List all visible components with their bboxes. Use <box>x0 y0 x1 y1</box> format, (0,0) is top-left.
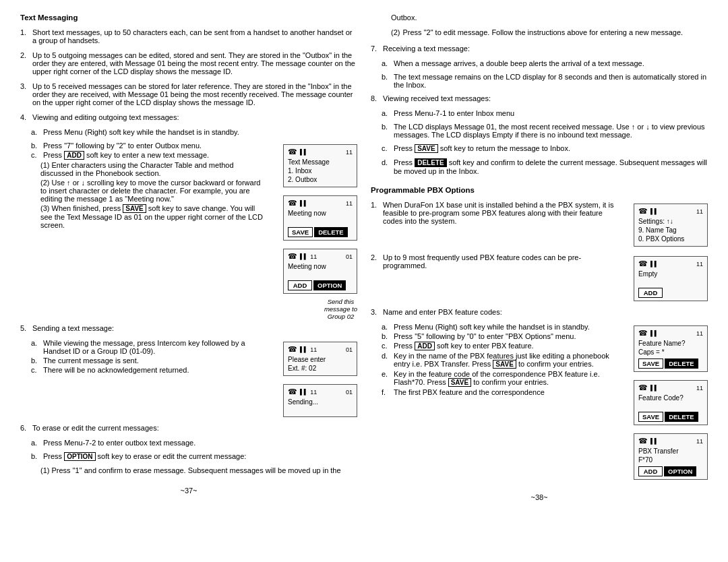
page-number-left: ~37~ <box>20 487 357 495</box>
device-screen: Feature Name? Caps = * <box>638 339 703 356</box>
list-item: 5. Sending a text message: <box>20 324 357 332</box>
left-column: Text Messaging 1. Short text messages, u… <box>20 13 357 501</box>
phone-icon: ☎ <box>638 437 648 445</box>
list-item: 6. To erase or edit the current messages… <box>20 424 357 432</box>
section-title-text-messaging: Text Messaging <box>20 13 357 22</box>
signal-icon: ▌▌ <box>650 330 658 336</box>
list-item: c. There will be no acknowledgement retu… <box>31 366 263 374</box>
device-screen: Sending... <box>288 398 353 414</box>
save-key: SAVE <box>448 378 472 387</box>
list-item: e. Key in the feature code of the corres… <box>382 370 615 387</box>
message-counter: 11 <box>696 261 703 268</box>
signal-icon: ▌▌ <box>650 438 658 444</box>
list-item: 2. Up to 5 outgoing messages can be edit… <box>20 51 357 75</box>
signal-icon: ▌▌ <box>650 208 658 214</box>
message-counter: 11 <box>696 385 703 392</box>
signal-icon: ▌▌ <box>300 253 307 259</box>
phone-icon: ☎ <box>638 329 648 338</box>
phone-icon: ☎ <box>288 148 297 156</box>
list-item: (3) When finished, press SAVE soft key t… <box>40 204 263 229</box>
list-item: b. The LCD displays Message 01, the most… <box>382 123 708 139</box>
list-item: b. The current message is sent. <box>31 356 263 365</box>
signal-icon: ▌▌ <box>300 200 307 206</box>
delete-key: DELETE <box>415 158 446 167</box>
delete-btn: DELETE <box>665 412 698 422</box>
list-item: d. Press DELETE soft key and confirm to … <box>382 158 708 175</box>
device-buttons: ADD <box>638 288 703 298</box>
add-key: ADD <box>64 151 84 160</box>
list-item: 3. Name and enter PBX feature codes: <box>371 308 708 316</box>
list-item: a. When a message arrives, a double beep… <box>382 59 708 67</box>
option-key: OPTION <box>64 452 95 461</box>
device-screen: Meeting now <box>288 262 353 278</box>
list-item: 1. Short text messages, up to 50 charact… <box>20 28 357 44</box>
lcd-device-5: ☎ ▌▌ 11 01 Sending... <box>283 384 357 417</box>
device-buttons: ADD OPTION <box>288 280 353 290</box>
list-item: a. Press Menu-7-1 to enter Inbox menu <box>382 109 708 117</box>
device-screen: PBX Transfer F*70 <box>638 447 703 464</box>
add-btn: ADD <box>288 280 312 290</box>
lcd-device-7: ☎ ▌▌ 11 Empty ADD <box>634 256 708 301</box>
message-counter: 11 <box>696 208 703 215</box>
list-item: 4. Viewing and editing outgoing text mes… <box>20 113 357 121</box>
list-item: c. Press SAVE soft key to return the mes… <box>382 144 708 153</box>
add-key: ADD <box>415 342 435 350</box>
save-key: SAVE <box>415 144 438 153</box>
list-item: b. Press OPTION soft key to erase or edi… <box>31 452 357 461</box>
list-item: 1. When DuraFon 1X base unit is installe… <box>371 201 615 225</box>
lcd-device-2: ☎ ▌▌ 11 Meeting now SAVE DELETE <box>283 195 357 241</box>
list-item: c. Press ADD soft key to enter a new tex… <box>31 151 263 160</box>
add-btn: ADD <box>638 288 663 298</box>
device-screen: Empty <box>638 270 703 286</box>
list-item: (2) Use ↑ or ↓ scrolling key to move the… <box>40 179 263 203</box>
device-buttons: SAVE DELETE <box>288 227 353 237</box>
device-buttons: SAVE DELETE <box>638 358 703 369</box>
lcd-device-8: ☎ ▌▌ 11 Feature Name? Caps = * SAVE DELE… <box>634 325 708 372</box>
message-counter: 11 <box>346 200 353 207</box>
device-buttons: SAVE DELETE <box>638 412 703 422</box>
lcd-device-9: ☎ ▌▌ 11 Feature Code? SAVE DELETE <box>634 380 708 425</box>
list-item: d. Key in the name of the PBX features j… <box>382 352 615 369</box>
save-btn: SAVE <box>638 412 663 422</box>
add-btn: ADD <box>638 466 663 476</box>
list-item: b. The text message remains on the LCD d… <box>382 73 708 89</box>
list-item: Outbox. <box>391 13 708 22</box>
phone-icon: ☎ <box>288 199 297 208</box>
list-item: a. Press Menu (Right) soft key while the… <box>31 128 357 136</box>
lcd-device-3: ☎ ▌▌ 11 01 Meeting now ADD OPTION <box>283 249 357 294</box>
device-screen: Feature Code? <box>638 394 703 410</box>
device-buttons: ADD OPTION <box>638 466 703 476</box>
save-key: SAVE <box>123 204 146 213</box>
page-number-right: ~38~ <box>371 493 708 501</box>
message-counter: 11 <box>346 149 353 156</box>
device-screen: Please enter Ext. #: 02 <box>288 355 353 373</box>
device-screen: Settings: ↑↓ 9. Name Tag 0. PBX Options <box>638 217 703 243</box>
option-btn: OPTION <box>313 280 346 290</box>
option-btn: OPTION <box>664 466 696 476</box>
phone-icon: ☎ <box>638 207 648 216</box>
section-title-pbx: Programmable PBX Options <box>371 186 708 194</box>
phone-icon: ☎ <box>638 259 648 268</box>
delete-btn: DELETE <box>665 358 698 369</box>
device-screen: Meeting now <box>288 209 353 225</box>
device-screen: Text Message 1. Inbox 2. Outbox <box>288 158 353 184</box>
phone-icon: ☎ <box>288 387 297 396</box>
save-btn: SAVE <box>638 358 663 369</box>
list-item: a. While viewing the message, press Inte… <box>31 339 263 355</box>
signal-icon: ▌▌ <box>650 385 658 391</box>
right-column: Outbox. (2) Press "2" to edit message. F… <box>371 13 708 501</box>
signal-icon: ▌▌ <box>300 389 307 395</box>
delete-btn: DELETE <box>314 227 347 237</box>
lcd-device-10: ☎ ▌▌ 11 PBX Transfer F*70 ADD OPTION <box>634 433 708 480</box>
lcd-device-1: ☎ ▌▌ 11 Text Message 1. Inbox 2. Outbox <box>283 144 357 187</box>
list-item: b. Press "5" following by "0" to enter "… <box>382 332 615 340</box>
message-counter: 11 <box>696 330 703 337</box>
signal-icon: ▌▌ <box>300 346 307 352</box>
signal-icon: ▌▌ <box>300 149 307 155</box>
list-item: 8. Viewing received text messages: <box>371 94 708 102</box>
list-item: a. Press Menu-7-2 to enter outbox text m… <box>31 439 357 447</box>
balloon-text: Send thismessage toGroup 02 <box>324 298 357 320</box>
signal-icon: ▌▌ <box>650 261 658 267</box>
list-item: 7. Receiving a text message: <box>371 44 708 53</box>
list-item: 3. Up to 5 received messages can be stor… <box>20 82 357 106</box>
